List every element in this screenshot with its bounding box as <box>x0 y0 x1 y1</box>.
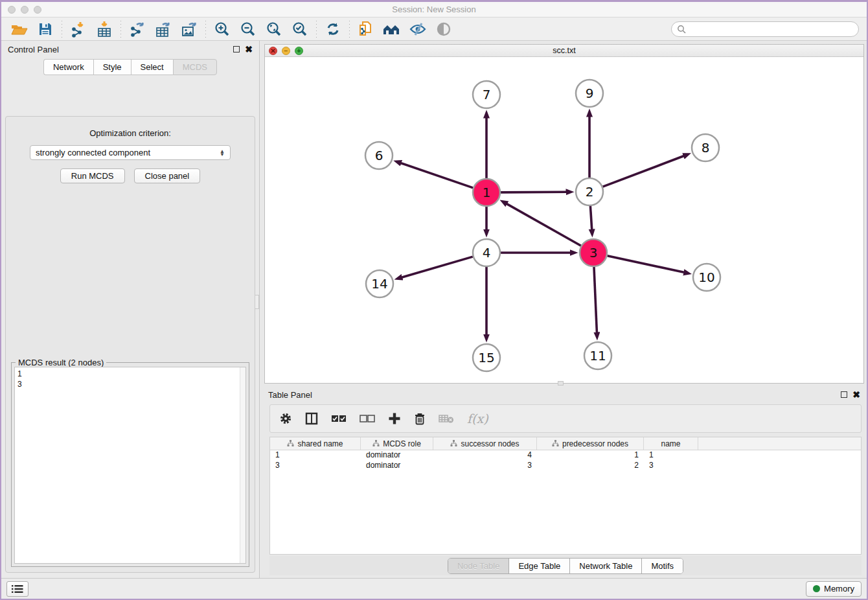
zoom-out-icon <box>240 21 257 38</box>
column-header-name[interactable]: name <box>644 437 698 450</box>
save-session-button[interactable] <box>32 19 58 39</box>
export-table-button[interactable] <box>150 19 176 39</box>
graph-node-label-4: 4 <box>483 245 491 260</box>
table-tabs: Node TableEdge TableNetwork TableMotifs <box>448 558 683 574</box>
chevron-up-down-icon: ▲▼ <box>220 150 225 156</box>
export-network-button[interactable] <box>124 19 150 39</box>
window-title: Session: New Session <box>392 5 475 14</box>
column-header-shared-name[interactable]: shared name <box>270 437 361 450</box>
graph-node-label-11: 11 <box>589 348 606 363</box>
maximize-window-button[interactable] <box>34 6 41 14</box>
task-history-button[interactable] <box>6 581 29 597</box>
tab-style[interactable]: Style <box>93 59 131 75</box>
tab-edge-table[interactable]: Edge Table <box>509 559 570 573</box>
run-mcds-button[interactable]: Run MCDS <box>60 168 125 183</box>
zoom-in-button[interactable] <box>209 19 235 39</box>
tab-select[interactable]: Select <box>131 59 173 75</box>
tab-mcds[interactable]: MCDS <box>173 59 217 75</box>
table-row[interactable]: 3dominator323 <box>270 461 861 471</box>
table-cell[interactable]: dominator <box>361 461 433 471</box>
minimize-window-button[interactable] <box>21 6 29 14</box>
table-cell[interactable]: 3 <box>644 461 698 471</box>
select-all-button[interactable] <box>331 414 347 423</box>
table-cell[interactable]: 1 <box>270 450 361 461</box>
delete-selected-button[interactable] <box>414 412 426 425</box>
zoom-out-button[interactable] <box>235 19 261 39</box>
tab-motifs[interactable]: Motifs <box>642 559 683 573</box>
delete-column-button[interactable] <box>439 413 454 424</box>
optimization-criterion-select[interactable]: strongly connected component ▲▼ <box>30 145 231 160</box>
table-panel: Table Panel ✖ <box>264 386 864 575</box>
float-panel-icon[interactable] <box>233 46 240 52</box>
open-file-button[interactable] <box>6 19 32 39</box>
column-header-predecessor-nodes[interactable]: predecessor nodes <box>537 437 644 450</box>
memory-label: Memory <box>824 584 854 594</box>
table-cell[interactable]: 4 <box>433 450 537 461</box>
search-input[interactable] <box>689 24 853 34</box>
network-minimize-button[interactable]: − <box>282 47 290 55</box>
first-neighbors-button[interactable] <box>379 19 405 39</box>
export-image-button[interactable] <box>176 19 202 39</box>
table-panel-title: Table Panel <box>268 390 312 400</box>
graph-edge-3-10[interactable] <box>607 256 683 273</box>
memory-button[interactable]: Memory <box>806 581 862 597</box>
function-builder-button[interactable]: f(x) <box>467 411 488 426</box>
float-table-panel-icon[interactable] <box>841 391 847 398</box>
zoom-fit-icon <box>266 21 282 38</box>
eye-disabled-icon <box>435 21 452 37</box>
import-table-button[interactable] <box>91 19 117 39</box>
network-title: scc.txt <box>553 46 575 55</box>
close-panel-icon[interactable]: ✖ <box>245 46 253 52</box>
table-cell[interactable]: dominator <box>361 450 433 461</box>
table-cell[interactable]: 3 <box>433 461 537 471</box>
network-view-window: ✕ − + scc.txt 7968124314101511 <box>264 44 864 384</box>
graph-edge-3-1[interactable] <box>507 204 580 246</box>
column-header-label: MCDS role <box>383 439 421 448</box>
table-cell[interactable]: 3 <box>270 461 361 471</box>
graph-edge-3-11[interactable] <box>594 267 597 332</box>
unselect-all-button[interactable] <box>360 414 375 423</box>
control-panel-tabs: NetworkStyleSelectMCDS <box>1 59 259 75</box>
graph-edge-2-3[interactable] <box>590 206 591 229</box>
graph-node-label-14: 14 <box>371 276 387 292</box>
export-image-icon <box>181 21 198 38</box>
zoom-fit-button[interactable] <box>261 19 287 39</box>
column-settings-button[interactable] <box>279 412 292 425</box>
eye-slash-icon <box>409 21 427 37</box>
tab-node-table[interactable]: Node Table <box>448 559 510 573</box>
tab-network-table[interactable]: Network Table <box>570 559 642 573</box>
table-row[interactable]: 1dominator411 <box>270 450 861 461</box>
graph-edge-1-6[interactable] <box>401 163 473 188</box>
hide-selected-button[interactable] <box>405 19 431 39</box>
column-header-successor-nodes[interactable]: successor nodes <box>433 437 537 450</box>
control-panel-title: Control Panel <box>8 45 59 54</box>
panel-splitter-handle[interactable] <box>255 295 259 309</box>
show-all-button[interactable] <box>431 19 457 39</box>
mcds-result-textarea[interactable]: 1 3 <box>14 367 246 564</box>
zoom-selected-button[interactable] <box>287 19 313 39</box>
table-cell[interactable]: 1 <box>537 450 644 461</box>
canvas-resize-handle[interactable] <box>558 381 564 386</box>
close-window-button[interactable] <box>8 6 16 14</box>
mcds-panel: Optimization criterion: strongly connect… <box>5 116 255 573</box>
network-canvas[interactable]: 7968124314101511 <box>265 57 863 383</box>
clone-network-button[interactable] <box>353 19 379 39</box>
apply-layout-button[interactable] <box>320 19 346 39</box>
result-scrollbar[interactable] <box>240 367 246 563</box>
hierarchy-icon <box>450 440 457 447</box>
table-cell[interactable]: 1 <box>644 450 698 461</box>
close-panel-button[interactable]: Close panel <box>134 168 201 183</box>
close-table-panel-icon[interactable]: ✖ <box>852 391 860 398</box>
network-close-button[interactable]: ✕ <box>269 47 277 55</box>
tab-network[interactable]: Network <box>43 59 93 75</box>
show-column-panel-button[interactable] <box>305 412 318 425</box>
graph-edge-2-8[interactable] <box>603 156 684 187</box>
table-cell[interactable]: 2 <box>537 461 644 471</box>
network-zoom-button[interactable]: + <box>295 47 303 55</box>
import-network-button[interactable] <box>65 19 91 39</box>
add-column-button[interactable] <box>388 412 401 425</box>
graph-edge-4-14[interactable] <box>402 257 473 277</box>
graph-edge-1-2[interactable] <box>501 192 566 192</box>
main-toolbar <box>1 17 867 41</box>
column-header-MCDS-role[interactable]: MCDS role <box>361 437 433 450</box>
